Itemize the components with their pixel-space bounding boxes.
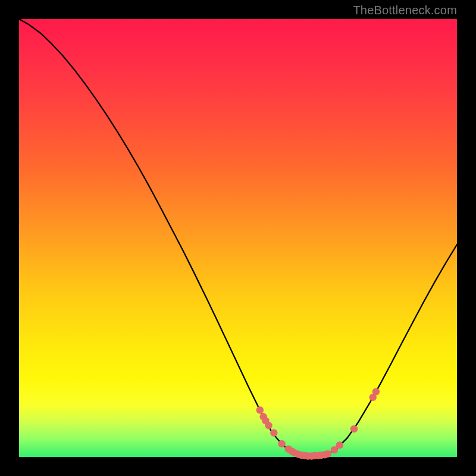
chart-marker — [256, 406, 264, 414]
watermark-text: TheBottleneck.com — [353, 4, 457, 17]
chart-marker — [372, 388, 380, 395]
chart-markers — [256, 388, 380, 460]
chart-frame: TheBottleneck.com — [0, 0, 476, 476]
chart-svg — [19, 19, 457, 457]
chart-marker — [265, 422, 272, 429]
chart-marker — [270, 429, 277, 436]
chart-marker — [278, 440, 285, 447]
chart-marker — [324, 450, 331, 458]
bottleneck-curve — [19, 19, 457, 456]
chart-marker — [350, 425, 358, 433]
chart-marker — [336, 441, 343, 449]
